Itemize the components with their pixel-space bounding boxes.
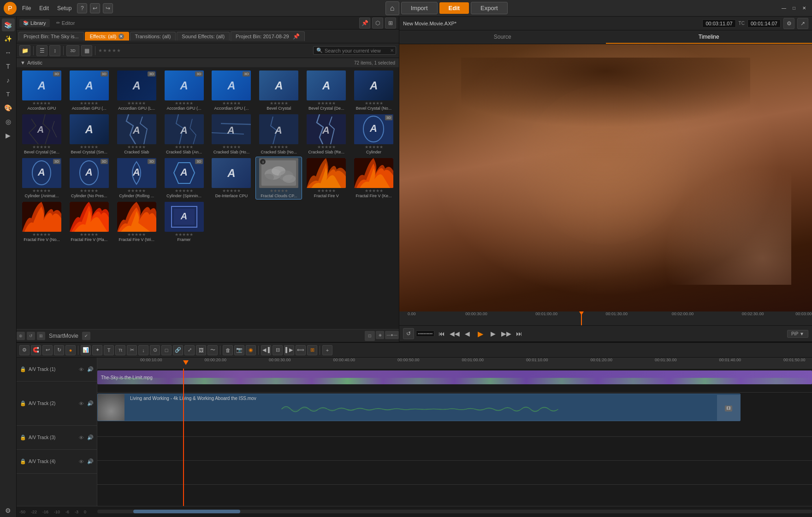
effect-item-cracked-slab-an[interactable]: A ★★★★★ Cracked Slab (An... bbox=[161, 113, 207, 156]
effect-item-bevel-crystal-de[interactable]: A ★★★★★ Bevel Crystal (De... bbox=[303, 69, 350, 112]
zoom-thumb[interactable] bbox=[133, 510, 241, 513]
sidebar-icon-color[interactable]: 🎨 bbox=[2, 101, 15, 114]
edit-menu[interactable]: Edit bbox=[36, 4, 52, 12]
tab-project-bin-2[interactable]: Project Bin: 2017-08-29 📌 bbox=[231, 31, 305, 41]
sky-clip[interactable]: The-Sky-is-the-Limit.mpg bbox=[97, 370, 812, 384]
search-input[interactable] bbox=[325, 48, 388, 53]
tl-btn-ripple[interactable]: ⟺ bbox=[296, 345, 306, 355]
track-lock-3[interactable]: 🔒 bbox=[19, 434, 27, 441]
sidebar-icon-motion[interactable]: ▶ bbox=[2, 129, 15, 142]
tl-btn-fx[interactable]: ✦ bbox=[92, 345, 102, 355]
go-end-btn[interactable]: ⏭ bbox=[514, 328, 525, 339]
effect-item-fractal-fire-v[interactable]: ★★★★★ Fractal Fire V bbox=[303, 157, 350, 200]
effect-item-bevel-crystal-sm[interactable]: A ★★★★★ Bevel Crystal (Sm... bbox=[66, 113, 113, 156]
zoom-bar[interactable] bbox=[97, 510, 812, 513]
tl-btn-cam[interactable]: 📷 bbox=[234, 345, 244, 355]
tl-btn-title[interactable]: T bbox=[104, 345, 114, 355]
panel-opts-btn[interactable]: ⊞ bbox=[385, 18, 396, 29]
effect-item-cylinder-rolling[interactable]: A 3D ★★★★★ Cylinder (Rolling ... bbox=[113, 157, 160, 200]
tab-transitions[interactable]: Transitions: (all) bbox=[130, 32, 176, 41]
tl-btn-crop[interactable]: ✂ bbox=[127, 345, 137, 355]
effect-item-de-interlace[interactable]: A ★★★★★ De-Interlace CPU bbox=[208, 157, 255, 200]
undo-btn[interactable]: ↩ bbox=[90, 3, 100, 13]
tab-sound-effects[interactable]: Sound Effects: (all) bbox=[177, 32, 230, 41]
search-clear-icon[interactable]: ✕ bbox=[390, 48, 394, 53]
track-vis-4[interactable]: 👁 bbox=[77, 458, 85, 465]
export-btn[interactable]: Export bbox=[471, 2, 508, 14]
timecode-export[interactable]: ↗ bbox=[797, 18, 808, 29]
effect-item-fractal-fire-ke[interactable]: ★★★★★ Fractal Fire V (Ke... bbox=[350, 157, 397, 200]
sidebar-icon-titles[interactable]: T bbox=[2, 60, 15, 73]
effect-item-cracked-slab-no[interactable]: A ★★★★★ Cracked Slab (No... bbox=[255, 113, 302, 156]
track-vis-3[interactable]: 👁 bbox=[77, 434, 85, 441]
sm-icon-vol[interactable]: ◈ bbox=[376, 331, 384, 339]
tl-btn-in[interactable]: ◀▐ bbox=[261, 345, 271, 355]
tl-btn-rec[interactable]: ● bbox=[65, 345, 76, 355]
step-back-btn[interactable]: ◀◀ bbox=[449, 328, 460, 339]
tl-btn-link[interactable]: 🔗 bbox=[173, 345, 183, 355]
frame-back-btn[interactable]: ◀ bbox=[462, 328, 473, 339]
tl-btn-del[interactable]: 🗑 bbox=[223, 345, 233, 355]
tl-btn-down[interactable]: ↓ bbox=[138, 345, 148, 355]
effect-item-fractal-fire-wi[interactable]: ★★★★★ Fractal Fire V (Wi... bbox=[113, 200, 160, 243]
effect-item-cylinder[interactable]: A 3D 3D ★★★★★ Cylinder bbox=[350, 113, 397, 156]
effect-item-framer[interactable]: A ★★★★★ Framer bbox=[161, 200, 207, 243]
play-btn[interactable]: ▶ bbox=[475, 328, 486, 339]
setup-menu[interactable]: Setup bbox=[54, 4, 74, 12]
sort-btn[interactable]: ↕ bbox=[49, 45, 60, 56]
effect-item-fractal-fire-pla[interactable]: ★★★★★ Fractal Fire V (Pla... bbox=[66, 200, 113, 243]
tl-btn-chart[interactable]: 📊 bbox=[81, 345, 91, 355]
star-filter[interactable]: ★★★★★ bbox=[98, 48, 121, 53]
sidebar-icon-settings[interactable]: ⚙ bbox=[2, 504, 15, 517]
file-menu[interactable]: File bbox=[19, 4, 34, 12]
sidebar-icon-transitions[interactable]: ↔ bbox=[2, 46, 15, 59]
track-audio-2[interactable]: 🔊 bbox=[87, 400, 94, 407]
effect-item-accordian-gpu-4[interactable]: A 3D ★★★★★ Accordian GPU (... bbox=[161, 69, 207, 112]
timeline-tab[interactable]: Timeline bbox=[606, 30, 812, 44]
minimize-btn[interactable]: — bbox=[780, 4, 788, 12]
source-tab[interactable]: Source bbox=[399, 30, 606, 44]
track-lock-1[interactable]: 🔒 bbox=[19, 366, 27, 373]
sidebar-icon-effects[interactable]: ✨ bbox=[2, 32, 15, 45]
sm-icon-expand[interactable]: ⊡ bbox=[365, 331, 375, 341]
tl-btn-settings[interactable]: ⚙ bbox=[19, 345, 30, 355]
library-main-tab[interactable]: 📚 Library bbox=[19, 19, 50, 27]
effect-item-accordian-gpu-2[interactable]: A 3D ★★★★★ Accordian GPU (... bbox=[66, 69, 113, 112]
tl-btn-img[interactable]: 🖼 bbox=[196, 345, 206, 355]
tab-effects[interactable]: Effects: (all) ✕ bbox=[85, 32, 129, 41]
tl-btn-out[interactable]: ▌▶ bbox=[284, 345, 294, 355]
track-audio-3[interactable]: 🔊 bbox=[87, 434, 94, 441]
effect-item-cracked-slab[interactable]: A ★★★★★ Cracked Slab bbox=[113, 113, 160, 156]
effect-item-fractal-fire-no[interactable]: ★★★★★ Fractal Fire V (No... bbox=[18, 200, 65, 243]
float-btn[interactable]: ⬡ bbox=[372, 18, 383, 29]
tl-btn-wave[interactable]: 〜 bbox=[207, 345, 218, 355]
maximize-btn[interactable]: □ bbox=[790, 4, 798, 12]
close-btn[interactable]: ✕ bbox=[800, 4, 808, 12]
home-btn[interactable]: ⌂ bbox=[385, 1, 399, 15]
tl-btn-undo[interactable]: ↩ bbox=[42, 345, 53, 355]
tl-btn-zoom[interactable]: ⊞ bbox=[307, 345, 317, 355]
sm-slider-icon[interactable]: —●— bbox=[385, 331, 399, 339]
sm-icon-grid[interactable]: ⊞ bbox=[37, 332, 45, 340]
effect-item-accordian-gpu-3[interactable]: A 3D ★★★★★ Accordian GPU (L... bbox=[113, 69, 160, 112]
effect-item-fractal-clouds[interactable]: i ★★★★★ Fractal Clouds CP... bbox=[255, 157, 302, 200]
category-arrow[interactable]: ▼ bbox=[20, 60, 25, 65]
pip-btn[interactable]: PiP ▼ bbox=[787, 330, 808, 338]
import-btn[interactable]: Import bbox=[401, 2, 438, 14]
tl-btn-type[interactable]: Tt bbox=[115, 345, 125, 355]
sidebar-icon-mask[interactable]: ◎ bbox=[2, 115, 15, 128]
track-lock-2[interactable]: 🔒 bbox=[19, 400, 27, 407]
track-audio-1[interactable]: 🔊 bbox=[87, 366, 94, 373]
list-view-btn[interactable]: ☰ bbox=[36, 45, 47, 56]
tl-btn-stretch[interactable]: ⤢ bbox=[184, 345, 195, 355]
tab-effects-close[interactable]: ✕ bbox=[119, 34, 124, 39]
track-lock-4[interactable]: 🔒 bbox=[19, 458, 27, 465]
tl-btn-match[interactable]: ⊟ bbox=[273, 345, 283, 355]
step-fwd-btn[interactable]: ▶▶ bbox=[501, 328, 512, 339]
go-start-btn[interactable]: ⏮ bbox=[436, 328, 447, 339]
sm-icon-1[interactable]: ⊕ bbox=[17, 332, 25, 340]
tl-btn-redo[interactable]: ↻ bbox=[54, 345, 64, 355]
effect-item-cracked-slab-re[interactable]: A ★★★★★ Cracked Slab (Re... bbox=[303, 113, 350, 156]
folder-btn[interactable]: 📁 bbox=[19, 45, 30, 56]
tl-btn-color[interactable]: ◉ bbox=[246, 345, 256, 355]
